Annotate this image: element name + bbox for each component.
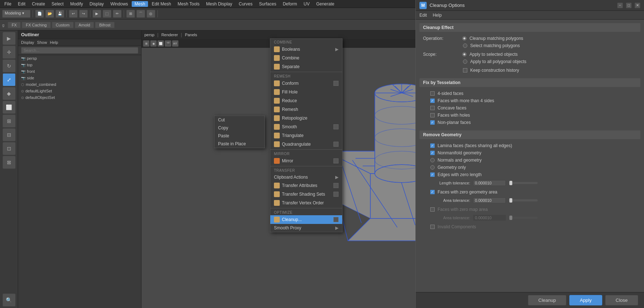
menu-file[interactable]: File	[1, 1, 14, 7]
toolbar-new[interactable]: 📄	[35, 10, 44, 18]
vp-btn-5[interactable]: RT	[172, 40, 179, 47]
menu-smooth-proxy[interactable]: Smooth Proxy ▶	[270, 224, 342, 232]
chk-nonmanifold[interactable]	[430, 151, 435, 155]
menu-mesh-tools[interactable]: Mesh Tools	[175, 1, 202, 7]
toolbar-paint[interactable]: ✏	[113, 10, 122, 18]
clipboard-paste[interactable]: Paste	[214, 132, 264, 140]
radio-apply-all[interactable]	[463, 59, 467, 64]
menu-quadrangulate[interactable]: Quadrangulate	[270, 140, 342, 149]
vp-btn-1[interactable]: ⊞	[143, 40, 149, 47]
keep-history-checkbox[interactable]	[463, 68, 467, 72]
menu-separate[interactable]: Separate	[270, 62, 342, 71]
apply-button[interactable]: Apply	[569, 295, 602, 305]
menu-reduce[interactable]: Reduce	[270, 96, 342, 105]
menu-smooth[interactable]: Smooth	[270, 122, 342, 131]
toolbar-open[interactable]: 📂	[45, 10, 54, 18]
menu-curves[interactable]: Curves	[236, 1, 255, 7]
menu-mesh[interactable]: Mesh	[132, 1, 148, 7]
toolbar-snap-point[interactable]: ◎	[147, 10, 155, 18]
viewport-label-persp[interactable]: persp	[144, 33, 155, 37]
outliner-item-front[interactable]: 📷 front	[18, 68, 141, 75]
mirror-checkbox[interactable]	[333, 158, 339, 163]
toolbar-redo[interactable]: ↪	[79, 10, 88, 18]
chk-holes[interactable]	[430, 113, 435, 117]
menu-booleans[interactable]: Booleans ▶	[270, 45, 342, 54]
smooth-checkbox[interactable]	[333, 124, 339, 129]
radio-geo-only[interactable]	[430, 165, 435, 170]
outliner-item-top[interactable]: 📷 top	[18, 62, 141, 68]
outliner-menu-display[interactable]: Display	[21, 40, 34, 45]
area-tolerance-slider[interactable]	[509, 199, 538, 201]
menu-edit[interactable]: Edit	[15, 1, 28, 7]
length-tolerance-input[interactable]	[473, 180, 506, 186]
menu-clipboard-actions[interactable]: Clipboard Actions ▶	[270, 173, 342, 181]
chk-4sided[interactable]	[430, 91, 435, 96]
menu-transfer-attr[interactable]: Transfer Attributes	[270, 181, 342, 190]
outliner-item-model[interactable]: ⬡ model_combined	[18, 81, 141, 88]
chk-zero-map[interactable]	[430, 207, 435, 212]
quad-checkbox[interactable]	[333, 142, 339, 147]
chk-lamina[interactable]	[430, 143, 435, 148]
menu-deform[interactable]: Deform	[280, 1, 300, 7]
conform-checkbox[interactable]	[333, 81, 339, 86]
vp-btn-2[interactable]: ◉	[150, 40, 157, 47]
menu-transfer-vertex[interactable]: Transfer Vertex Order	[270, 199, 342, 207]
menu-create[interactable]: Create	[29, 1, 48, 7]
clipboard-cut[interactable]: Cut	[214, 116, 264, 124]
chk-invalid-components[interactable]	[430, 225, 435, 229]
menu-mesh-display[interactable]: Mesh Display	[203, 1, 235, 7]
tool-polygon[interactable]: ◆	[3, 87, 16, 100]
tab-arnold[interactable]: Arnold	[75, 22, 94, 28]
toolbar-snap-curve[interactable]: ⌒	[136, 10, 145, 18]
tool-anim[interactable]: ⊡	[3, 142, 16, 155]
radio-cleanup-matching[interactable]	[462, 36, 467, 41]
menu-edit-mesh[interactable]: Edit Mesh	[149, 1, 174, 7]
search-input[interactable]	[21, 47, 138, 54]
cleanup-checkbox[interactable]	[333, 217, 339, 222]
menu-fillhole[interactable]: Fill Hole	[270, 88, 342, 96]
tab-custom[interactable]: Custom	[52, 22, 74, 28]
outliner-item-persp[interactable]: 📷 persp	[18, 55, 141, 62]
close-dialog-button[interactable]: Close	[605, 295, 638, 305]
menu-triangulate[interactable]: Triangulate	[270, 131, 342, 140]
toolbar-save[interactable]: 💾	[56, 10, 64, 18]
vp-btn-3[interactable]: ⬜	[157, 40, 164, 47]
radio-select-matching[interactable]	[463, 43, 467, 48]
vp-btn-4[interactable]: 🎬	[165, 40, 171, 47]
menu-modify[interactable]: Modify	[67, 1, 86, 7]
outliner-menu-help[interactable]: Help	[50, 40, 58, 45]
menu-generate[interactable]: Generate	[313, 1, 337, 7]
menu-transfer-shading[interactable]: Transfer Shading Sets	[270, 190, 342, 199]
menu-select[interactable]: Select	[49, 1, 66, 7]
chk-concave[interactable]	[430, 106, 435, 110]
tab-bifrost[interactable]: Bifrost	[95, 22, 114, 28]
tab-fx[interactable]: FX	[8, 22, 21, 28]
clipboard-paste-in-place[interactable]: Paste in Place	[214, 140, 264, 148]
toolbar-snap-grid[interactable]: ⊞	[126, 10, 135, 18]
cleanup-button[interactable]: Cleanup	[528, 295, 566, 305]
transfer-shading-checkbox[interactable]	[333, 192, 339, 197]
outliner-item-side[interactable]: 📷 side	[18, 75, 141, 81]
viewport-label-renderer[interactable]: Renderer	[161, 33, 178, 37]
menu-combine[interactable]: Combine	[270, 54, 342, 62]
tool-move[interactable]: ✛	[3, 46, 16, 59]
mode-dropdown[interactable]: Modeling ▾	[2, 10, 30, 18]
viewport-label-panels[interactable]: Panels	[185, 33, 197, 37]
tool-scale[interactable]: ⤢	[3, 73, 16, 86]
tool-select[interactable]: ▶	[3, 32, 16, 45]
chk-zero-length[interactable]	[430, 172, 435, 177]
menu-mirror[interactable]: Mirror	[270, 157, 342, 165]
chk-morethan4[interactable]	[430, 99, 435, 103]
menu-conform[interactable]: Conform	[270, 79, 342, 88]
radio-apply-selected[interactable]	[462, 52, 467, 57]
length-tolerance-slider[interactable]	[509, 182, 538, 184]
tool-uv[interactable]: ⊟	[3, 128, 16, 141]
tool-search[interactable]: 🔍	[3, 294, 16, 307]
menu-display[interactable]: Display	[87, 1, 107, 7]
tool-extrude[interactable]: ⬜	[3, 101, 16, 114]
toolbar-select[interactable]: ▶	[93, 10, 101, 18]
chk-nonplanar[interactable]	[430, 120, 435, 125]
menu-uv[interactable]: UV	[301, 1, 313, 7]
outliner-menu-show[interactable]: Show	[37, 40, 47, 45]
tab-fx-caching[interactable]: FX Caching	[22, 22, 50, 28]
